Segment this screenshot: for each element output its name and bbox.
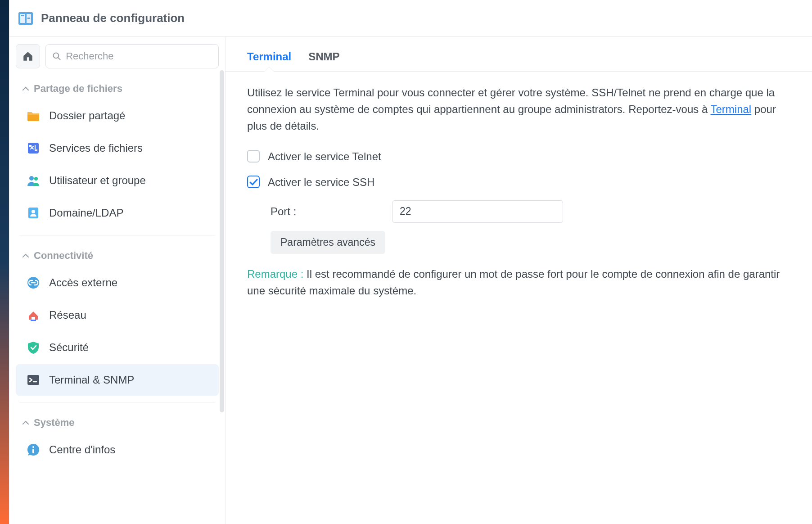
svg-rect-3 xyxy=(21,15,24,16)
nav-label: Terminal & SNMP xyxy=(49,374,134,386)
network-icon xyxy=(26,307,41,323)
folder-icon xyxy=(26,108,41,123)
window-body: Partage de fichiers Dossier partagé Serv… xyxy=(9,37,812,524)
svg-line-6 xyxy=(58,58,60,60)
port-row: Port : xyxy=(271,200,790,223)
terminal-panel: Utilisez le service Terminal pour vous c… xyxy=(226,72,812,312)
nav-item-security[interactable]: Sécurité xyxy=(16,332,219,363)
nav-item-user-group[interactable]: Utilisateur et groupe xyxy=(16,165,219,196)
nav-label: Sécurité xyxy=(49,341,89,354)
svg-point-8 xyxy=(29,176,34,181)
svg-rect-18 xyxy=(32,449,34,453)
svg-point-11 xyxy=(32,210,35,213)
ssh-settings: Port : Paramètres avancés xyxy=(247,200,790,254)
section-header-file-sharing[interactable]: Partage de fichiers xyxy=(13,75,221,99)
app-icon xyxy=(18,10,34,27)
home-icon xyxy=(22,50,34,62)
chevron-up-icon xyxy=(22,419,29,426)
advanced-settings-button[interactable]: Paramètres avancés xyxy=(271,231,385,254)
link-icon xyxy=(26,275,41,290)
titlebar: Panneau de configuration xyxy=(9,0,812,37)
content: Terminal SNMP Utilisez le service Termin… xyxy=(226,37,812,524)
telnet-checkbox-row: Activer le service Telnet xyxy=(247,144,790,169)
section-header-connectivity[interactable]: Connectivité xyxy=(13,242,221,266)
tab-snmp[interactable]: SNMP xyxy=(308,50,339,71)
svg-rect-13 xyxy=(32,317,35,320)
window-title: Panneau de configuration xyxy=(41,11,185,25)
terminal-description: Utilisez le service Terminal pour vous c… xyxy=(247,84,790,135)
scrollbar-thumb[interactable] xyxy=(220,70,224,412)
nav: Partage de fichiers Dossier partagé Serv… xyxy=(9,72,225,475)
chevron-up-icon xyxy=(22,252,29,259)
nav-label: Centre d'infos xyxy=(49,443,115,456)
nav-label: Utilisateur et groupe xyxy=(49,174,146,187)
note-text: Il est recommandé de configurer un mot d… xyxy=(247,268,780,297)
sidebar: Partage de fichiers Dossier partagé Serv… xyxy=(9,37,226,524)
nav-label: Dossier partagé xyxy=(49,109,125,122)
search-box[interactable] xyxy=(45,44,219,68)
control-panel-window: Panneau de configuration xyxy=(9,0,812,524)
note: Remarque : Il est recommandé de configur… xyxy=(247,266,790,299)
shield-icon xyxy=(26,340,41,355)
divider xyxy=(19,402,215,402)
nav-item-external-access[interactable]: Accès externe xyxy=(16,267,219,298)
nav-item-info-center[interactable]: Centre d'infos xyxy=(16,434,219,465)
terminal-icon xyxy=(26,372,41,388)
nav-item-file-services[interactable]: Services de fichiers xyxy=(16,132,219,164)
divider xyxy=(19,235,215,235)
port-label: Port : xyxy=(271,203,383,220)
svg-rect-15 xyxy=(27,375,39,385)
section-label: Système xyxy=(34,417,75,429)
svg-point-9 xyxy=(34,177,38,181)
nav-label: Services de fichiers xyxy=(49,142,143,154)
nav-item-terminal-snmp[interactable]: Terminal & SNMP xyxy=(16,364,219,396)
sidebar-top xyxy=(9,37,225,72)
svg-rect-7 xyxy=(28,143,39,154)
desc-text-pre: Utilisez le service Terminal pour vous c… xyxy=(247,86,775,115)
port-input[interactable] xyxy=(392,200,563,223)
svg-rect-4 xyxy=(27,18,30,19)
note-label: Remarque : xyxy=(247,268,307,280)
nav-label: Accès externe xyxy=(49,276,117,289)
ssh-checkbox-row: Activer le service SSH xyxy=(247,169,790,195)
nav-label: Réseau xyxy=(49,309,86,321)
telnet-label: Activer le service Telnet xyxy=(268,148,381,165)
info-icon xyxy=(26,442,41,457)
nav-item-shared-folder[interactable]: Dossier partagé xyxy=(16,100,219,131)
section-label: Partage de fichiers xyxy=(34,83,122,95)
section-label: Connectivité xyxy=(34,250,93,262)
tabs: Terminal SNMP xyxy=(226,37,812,72)
svg-point-17 xyxy=(32,446,34,448)
chevron-up-icon xyxy=(22,85,29,92)
svg-rect-14 xyxy=(31,320,36,321)
section-header-system[interactable]: Système xyxy=(13,409,221,433)
nav-label: Domaine/LDAP xyxy=(49,207,123,219)
search-input[interactable] xyxy=(66,50,212,62)
telnet-checkbox[interactable] xyxy=(247,150,260,163)
nav-item-domain-ldap[interactable]: Domaine/LDAP xyxy=(16,197,219,229)
nav-item-network[interactable]: Réseau xyxy=(16,299,219,331)
addressbook-icon xyxy=(26,205,41,221)
check-icon xyxy=(249,177,258,186)
file-services-icon xyxy=(26,140,41,156)
desktop-background-sliver xyxy=(0,0,9,524)
search-icon xyxy=(52,51,61,61)
ssh-checkbox[interactable] xyxy=(247,176,260,188)
user-group-icon xyxy=(26,173,41,188)
tab-terminal[interactable]: Terminal xyxy=(247,50,291,71)
ssh-label: Activer le service SSH xyxy=(268,174,374,190)
terminal-help-link[interactable]: Terminal xyxy=(711,103,752,115)
home-button[interactable] xyxy=(16,44,40,68)
